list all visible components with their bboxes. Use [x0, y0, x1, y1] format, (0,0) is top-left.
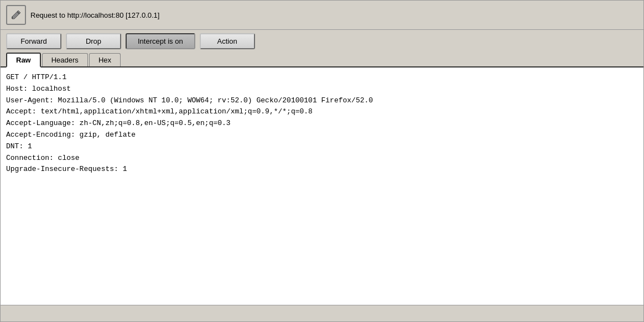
main-container: Request to http://localhost:80 [127.0.0.… — [0, 0, 644, 322]
http-line: DNT: 1 — [6, 141, 638, 153]
tab-headers[interactable]: Headers — [42, 53, 88, 66]
http-line: Connection: close — [6, 153, 638, 164]
tab-hex[interactable]: Hex — [89, 53, 121, 66]
http-line: Accept-Encoding: gzip, deflate — [6, 129, 638, 141]
bottom-bar — [1, 305, 643, 321]
tab-raw[interactable]: Raw — [6, 53, 41, 67]
request-url-label: Request to http://localhost:80 [127.0.0.… — [30, 11, 638, 19]
intercept-button[interactable]: Intercept is on — [126, 33, 195, 49]
http-line: Upgrade-Insecure-Requests: 1 — [6, 164, 638, 175]
pencil-icon — [11, 9, 22, 20]
http-line: User-Agent: Mozilla/5.0 (Windows NT 10.0… — [6, 95, 638, 107]
top-bar: Request to http://localhost:80 [127.0.0.… — [1, 1, 643, 30]
tabs-bar: Raw Headers Hex — [1, 53, 643, 67]
toolbar: Forward Drop Intercept is on Action — [1, 30, 643, 53]
http-line: Host: localhost — [6, 84, 638, 95]
drop-button[interactable]: Drop — [66, 33, 121, 49]
edit-icon-button[interactable] — [6, 5, 26, 25]
http-content-area: GET / HTTP/1.1Host: localhostUser-Agent:… — [1, 67, 643, 305]
forward-button[interactable]: Forward — [6, 33, 61, 49]
http-line: Accept-Language: zh-CN,zh;q=0.8,en-US;q=… — [6, 118, 638, 129]
http-line: GET / HTTP/1.1 — [6, 72, 638, 84]
action-button[interactable]: Action — [200, 33, 255, 49]
http-line: Accept: text/html,application/xhtml+xml,… — [6, 106, 638, 118]
